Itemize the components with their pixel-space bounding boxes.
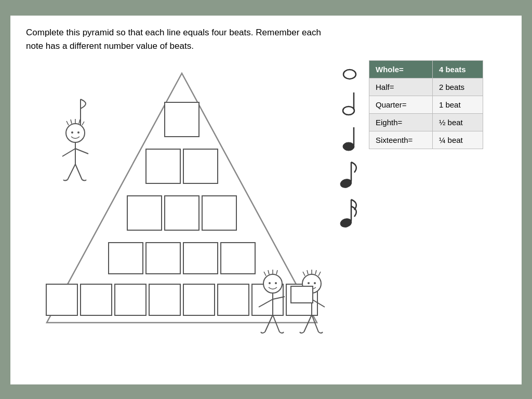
svg-line-30: [315, 270, 316, 274]
table-cell-note: Quarter=: [369, 96, 433, 114]
table-row: Eighth= ½ beat: [369, 114, 483, 131]
svg-line-25: [273, 315, 280, 332]
svg-point-32: [308, 282, 310, 284]
svg-point-41: [343, 107, 354, 115]
table-cell-beats: 2 beats: [432, 78, 483, 96]
svg-line-24: [265, 315, 273, 332]
music-notes-column: [338, 58, 361, 231]
quarter-note-icon: [339, 125, 360, 153]
pyramid-box[interactable]: [145, 242, 181, 274]
pyramid-box[interactable]: [164, 195, 200, 231]
svg-line-16: [268, 270, 269, 274]
instructions-text: Complete this pyramid so that each line …: [26, 26, 327, 52]
svg-line-15: [264, 272, 266, 276]
table-cell-note: Eighth=: [369, 114, 433, 131]
pyramid-row-3: [127, 195, 237, 231]
pyramid-row-4: [108, 242, 256, 274]
pyramid-box[interactable]: [164, 102, 200, 137]
content-area: Whole= 4 beats Half= 2 beats Quarter= 1 …: [26, 58, 506, 349]
pyramid-box[interactable]: [46, 284, 78, 316]
pyramid-box[interactable]: [183, 284, 215, 316]
table-row: Half= 2 beats: [369, 78, 483, 96]
table-row: Quarter= 1 beat: [369, 96, 483, 114]
table-header-note: Whole=: [369, 61, 433, 78]
pyramid-box[interactable]: [145, 149, 181, 184]
svg-line-23: [273, 297, 285, 299]
pyramid-box[interactable]: [127, 195, 162, 231]
svg-line-38: [304, 315, 312, 332]
pyramid-box[interactable]: [114, 284, 147, 316]
stick-figures-right: [239, 255, 343, 338]
svg-line-36: [312, 299, 325, 307]
svg-point-33: [314, 282, 316, 284]
eighth-note-icon: [338, 159, 361, 191]
half-note-icon: [339, 90, 360, 118]
svg-line-28: [307, 270, 308, 274]
table-cell-beats: ¼ beat: [432, 131, 483, 149]
svg-line-31: [318, 272, 321, 276]
pyramid-box[interactable]: [183, 242, 218, 274]
table-cell-beats: ½ beat: [432, 114, 483, 131]
pyramid-row-1: [164, 102, 200, 137]
pyramid-row-2: [145, 149, 218, 184]
table-header-beats: 4 beats: [432, 61, 483, 78]
beats-table: Whole= 4 beats Half= 2 beats Quarter= 1 …: [369, 60, 483, 149]
pyramid-area: [26, 58, 338, 349]
svg-point-40: [343, 70, 356, 79]
pyramid-box[interactable]: [183, 149, 218, 184]
svg-rect-37: [291, 286, 313, 303]
table-row: Sixteenth= ¼ beat: [369, 131, 483, 149]
svg-point-19: [269, 282, 271, 284]
table-cell-note: Sixteenth=: [369, 131, 433, 149]
pyramid-box[interactable]: [108, 242, 143, 274]
svg-line-39: [312, 315, 318, 332]
table-header-row: Whole= 4 beats: [369, 61, 483, 78]
whole-note-icon: [339, 63, 360, 84]
svg-point-20: [275, 282, 277, 284]
main-page: Complete this pyramid so that each line …: [10, 16, 522, 384]
pyramid-box[interactable]: [80, 284, 112, 316]
table-cell-beats: 1 beat: [432, 96, 483, 114]
pyramid-box[interactable]: [149, 284, 181, 316]
svg-point-43: [343, 142, 354, 151]
right-panel: Whole= 4 beats Half= 2 beats Quarter= 1 …: [338, 58, 506, 349]
pyramid-box[interactable]: [202, 195, 237, 231]
table-cell-note: Half=: [369, 78, 433, 96]
svg-line-22: [259, 299, 273, 307]
svg-point-14: [263, 274, 282, 293]
notes-table-row: Whole= 4 beats Half= 2 beats Quarter= 1 …: [338, 58, 483, 231]
svg-line-27: [303, 272, 305, 276]
svg-line-18: [276, 270, 277, 274]
sixteenth-note-icon: [338, 197, 361, 231]
